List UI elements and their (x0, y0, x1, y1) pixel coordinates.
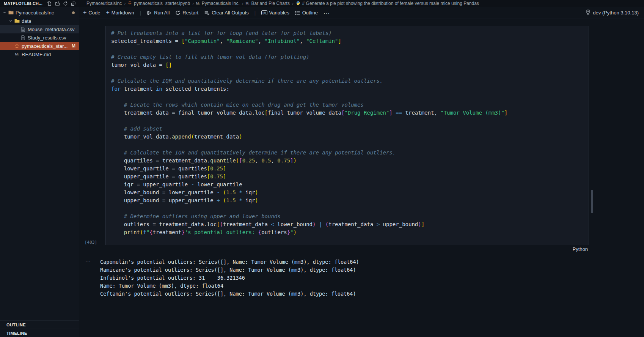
chevron-down-icon (8, 19, 14, 23)
notebook-toolbar: + Code + Markdown | Run All Restart (79, 7, 644, 19)
new-file-icon[interactable] (47, 1, 52, 6)
toolbar-divider: | (140, 10, 141, 16)
notebook-scroll-area: [403] # Put treatments into a list for f… (79, 19, 644, 337)
toolbar-divider: | (254, 10, 256, 16)
code-content[interactable]: # Put treatments into a list for for loo… (111, 29, 589, 236)
breadcrumb-separator: › (242, 1, 243, 6)
notebook-editor-area: + Code + Markdown | Run All Restart (79, 7, 644, 337)
more-actions-icon: ··· (324, 10, 330, 16)
add-markdown-cell-button[interactable]: + Markdown (106, 10, 134, 16)
breadcrumb-item-code-cell[interactable]: # Generate a pie plot showing the distri… (296, 1, 479, 6)
kernel-label: dev (Python 3.10.13) (593, 10, 639, 16)
markdown-icon: M↓ (246, 2, 250, 5)
vscode-window: MATPLOTLIB-CH... PymaceuticalsInc › pyma… (0, 0, 644, 337)
csv-file-icon (20, 27, 26, 32)
breadcrumb-item-md-heading[interactable]: M↓ Pymaceuticals Inc. (196, 1, 240, 6)
jupyter-icon (128, 1, 132, 6)
outline-section-header[interactable]: OUTLINE (0, 320, 79, 329)
run-all-button[interactable]: Run All (147, 10, 170, 16)
breadcrumb: PymaceuticalsInc › pymaceuticals_starter… (79, 0, 644, 7)
git-modified-badge: M (72, 43, 75, 49)
modified-dot (72, 11, 75, 14)
breadcrumb-separator: › (124, 1, 126, 6)
folder-icon (8, 10, 14, 15)
jupyter-icon (14, 44, 20, 49)
cell-language-picker[interactable]: Python (573, 246, 588, 252)
folder-icon (14, 19, 20, 23)
cell-editor[interactable]: # Put treatments into a list for for loo… (105, 26, 589, 245)
breadcrumb-item-notebook[interactable]: pymaceuticals_starter.ipynb (128, 1, 190, 6)
kernel-icon (586, 9, 591, 16)
run-all-icon (147, 10, 152, 16)
chevron-down-icon (2, 11, 8, 14)
collapse-all-icon[interactable] (71, 1, 76, 6)
timeline-section-header[interactable]: TIMELINE (0, 329, 79, 337)
variables-icon: (x) (261, 10, 267, 15)
clear-outputs-icon (204, 10, 210, 16)
tree-item-notebook-file[interactable]: pymaceuticals_star... M (0, 42, 79, 50)
plus-icon: + (83, 9, 86, 16)
new-folder-icon[interactable] (55, 1, 60, 6)
add-code-cell-button[interactable]: + Code (83, 10, 100, 16)
cell-gutter: [403] (79, 26, 105, 245)
restart-button[interactable]: Restart (175, 10, 198, 16)
title-bar: MATPLOTLIB-CH... PymaceuticalsInc › pyma… (0, 0, 644, 7)
csv-file-icon (20, 35, 26, 40)
markdown-icon: M↓ (14, 52, 20, 56)
explorer-header: MATPLOTLIB-CH... (0, 0, 79, 7)
explorer-title: MATPLOTLIB-CH... (4, 1, 42, 6)
output-collapse-toggle[interactable]: ··· (79, 258, 100, 298)
tree-item-mouse-metadata-csv[interactable]: Mouse_metadata.csv (0, 25, 79, 33)
breadcrumb-separator: › (292, 1, 294, 6)
scrollbar-thumb[interactable] (591, 190, 593, 213)
outline-button[interactable]: Outline (295, 10, 318, 16)
clear-all-outputs-button[interactable]: Clear All Outputs (204, 10, 249, 16)
sidebar-spacer (0, 58, 79, 320)
outline-icon (295, 10, 300, 16)
tree-item-root-folder[interactable]: PymaceuticalsInc (0, 8, 79, 17)
tree-item-data-folder[interactable]: data (0, 17, 79, 25)
tree-item-readme-md[interactable]: M↓ README.md (0, 50, 79, 58)
explorer-sidebar: PymaceuticalsInc data Mouse_metadata.csv… (0, 7, 79, 337)
kernel-picker[interactable]: dev (Python 3.10.13) (586, 9, 639, 16)
tree-item-study-results-csv[interactable]: Study_results.csv (0, 33, 79, 42)
cell-output: ··· Capomulin's potential outliers: Seri… (79, 258, 644, 298)
restart-icon (175, 10, 181, 16)
refresh-icon[interactable] (63, 1, 68, 6)
cell-status-bar: Python (79, 245, 644, 253)
breadcrumb-separator: › (192, 1, 194, 6)
more-actions-button[interactable]: ··· (324, 10, 330, 16)
code-cell: [403] # Put treatments into a list for f… (79, 26, 644, 245)
cell-output-text: Capomulin's potential outliers: Series([… (100, 258, 359, 298)
breadcrumb-item-md-heading[interactable]: M↓ Bar and Pie Charts (246, 1, 290, 6)
execution-count: [403] (85, 240, 97, 245)
variables-button[interactable]: (x) Variables (261, 10, 289, 16)
indent-guide (112, 93, 112, 236)
python-icon (296, 1, 300, 6)
breadcrumb-item-folder[interactable]: PymaceuticalsInc (86, 1, 122, 6)
plus-icon: + (106, 9, 109, 16)
file-tree: PymaceuticalsInc data Mouse_metadata.csv… (0, 7, 79, 58)
markdown-icon: M↓ (196, 2, 200, 5)
